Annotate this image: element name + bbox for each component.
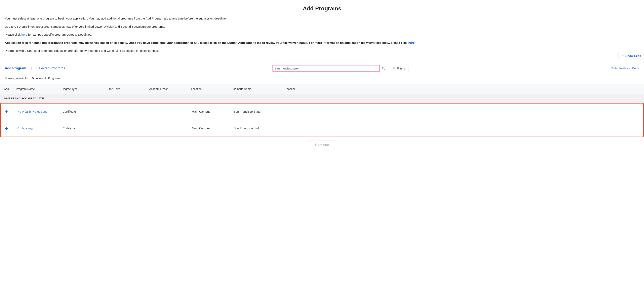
- svg-marker-2: [393, 67, 395, 69]
- intro-paragraph: Due to CSU enrollment pressures, campuse…: [5, 24, 639, 29]
- text: for campus specific program Dates & Dead…: [27, 33, 92, 36]
- col-campus-name: Campus Name: [233, 87, 284, 91]
- results-label: Showing results for:: [5, 76, 29, 80]
- show-less-label: Show Less: [626, 54, 641, 58]
- plus-icon: [5, 126, 17, 130]
- table-row: Pre-Health Professions Certificate Main …: [1, 104, 643, 120]
- col-degree-type: Degree Type: [62, 87, 108, 91]
- continue-button[interactable]: Continue: [308, 140, 336, 149]
- filter-icon: [392, 67, 396, 70]
- tab-selected-programs[interactable]: Selected Programs: [36, 66, 70, 71]
- search-icon: [382, 67, 385, 70]
- tab-separator: |: [31, 66, 32, 71]
- group-header: SAN FRANCISCO GRADUATE: [0, 94, 644, 103]
- page-title: Add Programs: [0, 4, 644, 13]
- dates-deadlines-link[interactable]: here: [21, 33, 27, 36]
- cell-degree: Certificate: [62, 110, 108, 114]
- program-name-link[interactable]: Pre-Nursing: [17, 126, 62, 130]
- intro-paragraph: Please click here for campus specific pr…: [5, 32, 639, 37]
- cell-location: Main Campus: [192, 110, 234, 114]
- intro-paragraph: Programs with a Source of Extended Educa…: [5, 48, 639, 53]
- chevron-up-icon: [622, 54, 624, 57]
- enter-invitation-code-link[interactable]: Enter Invitation Code: [611, 66, 639, 71]
- filter-chip: ✕ Available Programs: [32, 76, 60, 80]
- program-name-link[interactable]: Pre-Health Professions: [17, 110, 62, 114]
- svg-point-0: [382, 67, 384, 69]
- filters-button[interactable]: Filters: [389, 65, 409, 72]
- plus-icon: [5, 110, 17, 114]
- intro-section: You must select at least one program to …: [0, 16, 644, 53]
- show-less-button[interactable]: Show Less: [618, 53, 644, 59]
- results-bar: Showing results for: ✕ Available Program…: [0, 76, 644, 80]
- search-button[interactable]: [380, 65, 387, 72]
- text-bold: .: [414, 41, 415, 44]
- search-wrap: Filters: [272, 65, 409, 72]
- filters-label: Filters: [397, 67, 405, 70]
- svg-line-1: [384, 69, 384, 70]
- add-program-button[interactable]: [5, 110, 17, 114]
- remove-filter-button[interactable]: ✕: [32, 76, 34, 80]
- intro-paragraph: You must select at least one program to …: [5, 16, 639, 21]
- fee-waiver-link[interactable]: here: [408, 41, 415, 44]
- add-program-button[interactable]: [5, 126, 17, 130]
- col-add: Add: [4, 87, 16, 91]
- tab-add-program[interactable]: Add Program: [5, 66, 31, 71]
- cell-campus: San Francisco State: [234, 110, 286, 114]
- cell-campus: San Francisco State: [234, 126, 286, 130]
- search-input[interactable]: [272, 65, 380, 72]
- cell-location: Main Campus: [192, 126, 234, 130]
- col-start-term: Start Term: [108, 87, 149, 91]
- col-program-name: Program Name: [16, 87, 62, 91]
- cell-degree: Certificate: [62, 126, 108, 130]
- table-header: Add Program Name Degree Type Start Term …: [0, 84, 644, 94]
- table-row: Pre-Nursing Certificate Main Campus San …: [1, 120, 643, 136]
- col-deadline: Deadline: [284, 87, 640, 91]
- col-academic-year: Academic Year: [149, 87, 191, 91]
- filter-chip-label: Available Programs: [36, 76, 60, 80]
- col-location: Location: [191, 87, 233, 91]
- highlighted-results: Pre-Health Professions Certificate Main …: [0, 103, 644, 137]
- text-bold: Application fees for some undergraduate …: [5, 41, 408, 44]
- text: Please click: [5, 33, 21, 36]
- intro-paragraph-fee: Application fees for some undergraduate …: [5, 40, 639, 45]
